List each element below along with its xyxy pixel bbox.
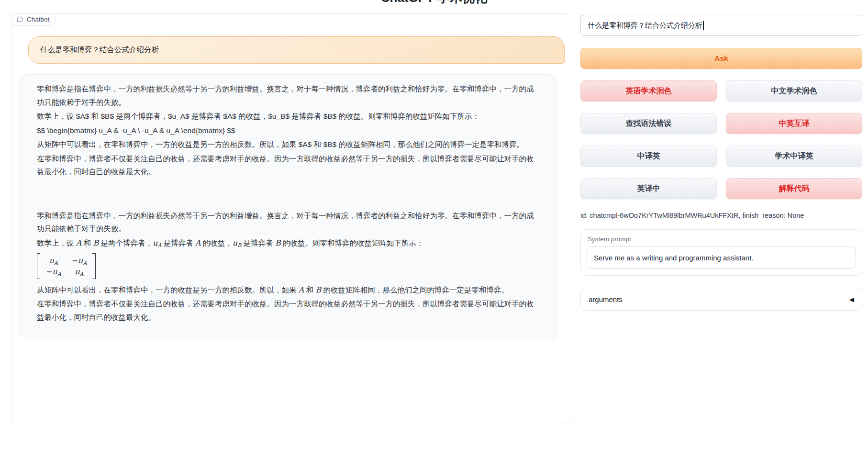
quick-button-zh-en-mutual-translate[interactable]: 中英互译 [726, 113, 862, 134]
bot-raw-line: 在零和博弈中，博弈者不仅要关注自己的收益，还需要考虑对手的收益。因为一方取得的收… [37, 152, 540, 179]
quick-button-zh-to-en[interactable]: 中译英 [580, 146, 717, 167]
matrix-cell: −uA [46, 266, 61, 277]
system-prompt-label: System prompt [588, 236, 856, 243]
page-title-strip: ChatGPT 学术优化 [0, 0, 868, 7]
system-prompt-value: Serve me as a writing and programming as… [594, 254, 753, 262]
bot-rendered-line-math: 数学上，设 A 和 B 是两个博弈者，uA 是博弈者 A 的收益，uB 是博弈者… [37, 236, 540, 250]
arguments-accordion-label: arguments [589, 295, 623, 303]
question-input[interactable]: 什么是零和博弈？结合公式介绍分析 [580, 15, 862, 36]
text-cursor [703, 21, 704, 30]
bot-raw-latex-formula: $$ \begin{bmatrix} u_A & -u_A \ -u_A & u… [37, 124, 540, 137]
main-layout: Chatbot 什么是零和博弈？结合公式介绍分析 零和博弈是指在博弈中，一方的利… [0, 7, 868, 423]
matrix-cell: −uA [72, 255, 87, 266]
bot-rendered-line: 零和博弈是指在博弈中，一方的利益损失必然等于另一方的利益增益。换言之，对于每一种… [37, 209, 540, 236]
quick-button-english-academic-polish[interactable]: 英语学术润色 [580, 80, 717, 101]
quick-button-chinese-academic-polish[interactable]: 中文学术润色 [726, 80, 862, 101]
quick-button-en-to-zh[interactable]: 英译中 [580, 178, 717, 199]
system-prompt-input[interactable]: Serve me as a writing and programming as… [587, 247, 856, 269]
user-message-bubble: 什么是零和博弈？结合公式介绍分析 [28, 36, 565, 64]
completion-status-line: id: chatcmpl-6wOo7KrYTwMl89lbrMWRu4UkFFX… [580, 212, 862, 219]
chatbot-label: Chatbot [11, 13, 56, 26]
matrix-right-bracket [92, 253, 96, 279]
chatbot-label-text: Chatbot [27, 16, 49, 23]
collapse-arrow-icon: ◀ [849, 296, 854, 303]
control-column: 什么是零和博弈？结合公式介绍分析 Ask 英语学术润色 中文学术润色 查找语法错… [580, 7, 862, 311]
chat-messages: 什么是零和博弈？结合公式介绍分析 零和博弈是指在博弈中，一方的利益损失必然等于另… [11, 14, 571, 339]
question-input-value: 什么是零和博弈？结合公式介绍分析 [588, 21, 702, 30]
matrix-cell: uA [72, 266, 87, 277]
bot-message-bubble: 零和博弈是指在博弈中，一方的利益损失必然等于另一方的利益增益。换言之，对于每一种… [19, 74, 557, 339]
user-message-text: 什么是零和博弈？结合公式介绍分析 [40, 45, 159, 54]
quick-button-academic-zh-to-en[interactable]: 学术中译英 [726, 146, 862, 167]
quick-button-find-grammar-errors[interactable]: 查找语法错误 [580, 113, 717, 134]
quick-action-grid: 英语学术润色 中文学术润色 查找语法错误 中英互译 中译英 学术中译英 英译中 … [580, 80, 862, 199]
ask-button[interactable]: Ask [580, 48, 862, 69]
bot-raw-line: 数学上，设 $A$ 和 $B$ 是两个博弈者，$u_A$ 是博弈者 $A$ 的收… [37, 110, 540, 123]
payoff-matrix: uA −uA −uA uA [37, 253, 96, 279]
paragraph-gap [37, 180, 540, 209]
quick-button-explain-code[interactable]: 解释代码 [726, 178, 862, 199]
bot-raw-line: 从矩阵中可以看出，在零和博弈中，一方的收益是另一方的相反数。所以，如果 $A$ … [37, 138, 540, 151]
page-title: ChatGPT 学术优化 [381, 0, 487, 7]
arguments-accordion-header[interactable]: arguments ◀ [580, 288, 862, 311]
chatbot-panel: Chatbot 什么是零和博弈？结合公式介绍分析 零和博弈是指在博弈中，一方的利… [11, 13, 571, 423]
bot-rendered-line-math: 从矩阵中可以看出，在零和博弈中，一方的收益是另一方的相反数。所以，如果 A 和 … [37, 283, 540, 297]
matrix-cells: uA −uA −uA uA [40, 253, 92, 279]
matrix-cell: uA [46, 255, 61, 266]
system-prompt-card: System prompt Serve me as a writing and … [580, 229, 862, 276]
bot-rendered-line: 在零和博弈中，博弈者不仅要关注自己的收益，还需要考虑对手的收益。因为一方取得的收… [37, 297, 540, 324]
bot-raw-line: 零和博弈是指在博弈中，一方的利益损失必然等于另一方的利益增益。换言之，对于每一种… [37, 82, 540, 109]
matrix-left-bracket [37, 253, 40, 279]
chat-bubble-icon [16, 16, 23, 23]
